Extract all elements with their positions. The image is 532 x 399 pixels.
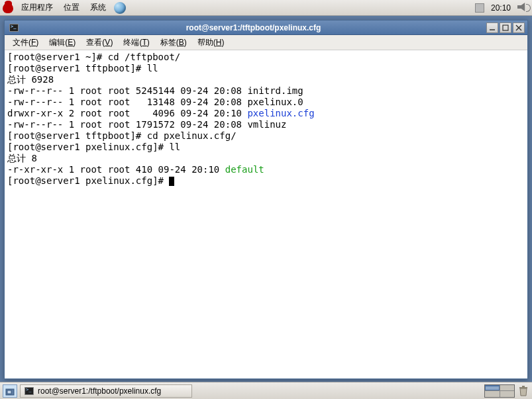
svg-rect-7 bbox=[522, 386, 525, 387]
terminal-line: -rw-r--r-- 1 root root 1791572 09-24 20:… bbox=[7, 119, 525, 130]
taskbar-entry-label: root@server1:/tftpboot/pxelinux.cfg bbox=[38, 386, 161, 396]
workspace-2[interactable] bbox=[500, 385, 515, 391]
window-title: root@server1:/tftpboot/pxelinux.cfg bbox=[21, 23, 486, 32]
taskbar-entry-terminal[interactable]: root@server1:/tftpboot/pxelinux.cfg bbox=[20, 384, 192, 398]
top-panel-right: 20:10 bbox=[475, 2, 529, 14]
menu-system[interactable]: 系统 bbox=[87, 1, 109, 15]
menubar: 文件(F)编辑(E)查看(V)终端(T)标签(B)帮助(H) bbox=[5, 35, 527, 50]
terminal-line: -r-xr-xr-x 1 root root 410 09-24 20:10 d… bbox=[7, 164, 525, 175]
show-desktop-button[interactable] bbox=[3, 384, 17, 398]
terminal-icon bbox=[25, 387, 34, 395]
terminal-window: root@server1:/tftpboot/pxelinux.cfg 文件(F… bbox=[4, 20, 528, 379]
menu-places[interactable]: 位置 bbox=[61, 1, 82, 15]
window-controls bbox=[486, 22, 525, 33]
directory-name: pxelinux.cfg bbox=[247, 108, 314, 118]
terminal-line: -rw-r--r-- 1 root root 5245144 09-24 20:… bbox=[7, 85, 525, 97]
menu-h[interactable]: 帮助(H) bbox=[193, 36, 229, 50]
redhat-icon[interactable] bbox=[3, 3, 13, 13]
svg-rect-5 bbox=[7, 390, 11, 394]
terminal-line: 总计 8 bbox=[7, 153, 525, 164]
cursor bbox=[169, 177, 174, 186]
workspace-switcher[interactable] bbox=[484, 384, 515, 398]
titlebar[interactable]: root@server1:/tftpboot/pxelinux.cfg bbox=[5, 21, 527, 35]
menu-v[interactable]: 查看(V) bbox=[82, 36, 117, 50]
menu-applications[interactable]: 应用程序 bbox=[19, 1, 56, 15]
svg-rect-1 bbox=[503, 25, 508, 30]
maximize-button[interactable] bbox=[500, 22, 511, 33]
workspace-1[interactable] bbox=[485, 385, 500, 391]
menu-b[interactable]: 标签(B) bbox=[156, 36, 191, 50]
window-menu-icon[interactable] bbox=[7, 22, 21, 33]
minimize-button[interactable] bbox=[486, 22, 498, 33]
terminal-line: [root@server1 pxelinux.cfg]# ll bbox=[7, 142, 525, 153]
terminal-output[interactable]: [root@server1 ~]# cd /tftpboot/[root@ser… bbox=[5, 50, 527, 378]
trash-icon[interactable] bbox=[517, 385, 529, 397]
menu-e[interactable]: 编辑(E) bbox=[45, 36, 80, 50]
browser-launcher-icon[interactable] bbox=[114, 2, 126, 14]
tray-icon[interactable] bbox=[475, 3, 484, 13]
clock[interactable]: 20:10 bbox=[490, 3, 512, 13]
terminal-icon bbox=[9, 24, 19, 32]
workspace-4[interactable] bbox=[500, 391, 515, 397]
volume-icon[interactable] bbox=[517, 2, 529, 14]
top-panel-left: 应用程序 位置 系统 bbox=[3, 1, 126, 15]
executable-name: default bbox=[225, 164, 264, 175]
top-panel: 应用程序 位置 系统 20:10 bbox=[0, 0, 532, 16]
close-button[interactable] bbox=[513, 22, 525, 33]
terminal-line: -rw-r--r-- 1 root root 13148 09-24 20:08… bbox=[7, 97, 525, 108]
terminal-line: [root@server1 pxelinux.cfg]# bbox=[7, 175, 525, 187]
terminal-line: [root@server1 ~]# cd /tftpboot/ bbox=[7, 52, 525, 63]
bottom-panel: root@server1:/tftpboot/pxelinux.cfg bbox=[0, 382, 532, 399]
menu-f[interactable]: 文件(F) bbox=[9, 36, 42, 50]
terminal-line: drwxr-xr-x 2 root root 4096 09-24 20:10 … bbox=[7, 108, 525, 119]
svg-rect-6 bbox=[519, 387, 527, 388]
terminal-line: 总计 6928 bbox=[7, 74, 525, 85]
terminal-line: [root@server1 tftpboot]# cd pxelinux.cfg… bbox=[7, 130, 525, 142]
terminal-line: [root@server1 tftpboot]# ll bbox=[7, 63, 525, 74]
menu-t[interactable]: 终端(T) bbox=[119, 36, 153, 50]
workspace-3[interactable] bbox=[485, 391, 500, 397]
